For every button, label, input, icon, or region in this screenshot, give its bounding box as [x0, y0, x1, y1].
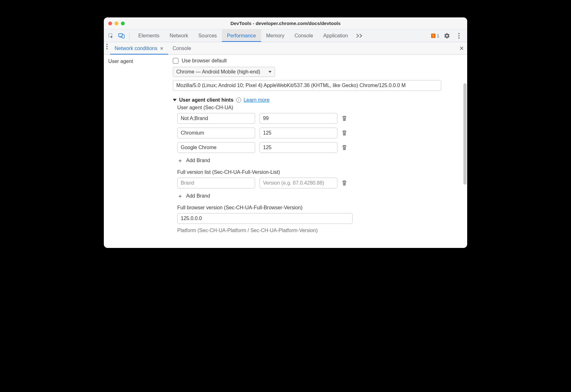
svg-point-4 — [458, 33, 460, 34]
learn-more-link[interactable]: Learn more — [244, 97, 270, 103]
plus-icon: ＋ — [177, 192, 183, 200]
issues-count: 1 — [437, 33, 439, 38]
devtools-window: DevTools - developer.chrome.com/docs/dev… — [104, 17, 467, 248]
fullscreen-window-button[interactable] — [121, 22, 125, 25]
use-browser-default-label: Use browser default — [182, 58, 227, 64]
version-input[interactable]: 125 — [260, 142, 337, 153]
add-brand-button[interactable]: ＋ Add Brand — [177, 157, 462, 164]
add-brand-label: Add Brand — [186, 193, 210, 199]
version-input[interactable]: 125 — [260, 128, 337, 138]
close-tab-icon[interactable]: ✕ — [160, 46, 164, 51]
dropdown-caret-icon — [268, 71, 272, 73]
panel-tabs: Elements Network Sources Performance Mem… — [133, 29, 427, 42]
full-browser-version-input[interactable]: 125.0.0.0 — [177, 213, 353, 224]
drawer-tab-console[interactable]: Console — [168, 42, 196, 54]
svg-point-6 — [458, 37, 460, 39]
ua-preset-select[interactable]: Chrome — Android Mobile (high-end) — [173, 67, 275, 77]
use-browser-default-checkbox[interactable] — [173, 58, 179, 64]
full-browser-version-label: Full browser version (Sec-CH-UA-Full-Bro… — [177, 205, 462, 211]
version-input[interactable]: 99 — [260, 113, 337, 124]
drawer-tab-network-conditions[interactable]: Network conditions ✕ — [110, 42, 168, 54]
delete-brand-icon[interactable] — [342, 116, 347, 121]
device-toolbar-icon[interactable] — [117, 31, 126, 40]
window-controls — [104, 22, 125, 25]
client-hints-section-header[interactable]: User agent client hints i Learn more — [173, 97, 462, 103]
close-window-button[interactable] — [108, 22, 112, 25]
tab-elements[interactable]: Elements — [133, 29, 165, 42]
svg-rect-2 — [119, 37, 122, 37]
tab-application[interactable]: Application — [318, 29, 353, 42]
full-version-brand-input[interactable]: Brand — [177, 178, 255, 188]
titlebar: DevTools - developer.chrome.com/docs/dev… — [104, 17, 467, 29]
kebab-menu-icon[interactable] — [455, 31, 463, 40]
ua-string-input[interactable]: Mozilla/5.0 (Linux; Android 10; Pixel 4)… — [173, 80, 441, 91]
section-label: User agent — [104, 55, 173, 248]
info-icon[interactable]: i — [236, 98, 241, 103]
brand-input[interactable]: Chromium — [177, 128, 255, 138]
drawer-tab-label: Console — [173, 46, 191, 51]
drawer-tab-label: Network conditions — [115, 46, 157, 51]
user-agent-settings: Use browser default Chrome — Android Mob… — [173, 55, 467, 248]
tab-network[interactable]: Network — [165, 29, 193, 42]
tab-sources[interactable]: Sources — [193, 29, 222, 42]
tab-memory[interactable]: Memory — [261, 29, 290, 42]
issues-badge[interactable]: ! 1 — [431, 33, 439, 38]
add-full-version-brand-button[interactable]: ＋ Add Brand — [177, 192, 462, 200]
sec-ch-ua-label: User agent (Sec-CH-UA) — [177, 105, 462, 111]
svg-point-9 — [106, 48, 108, 49]
issues-icon: ! — [431, 34, 436, 38]
brand-row: Chromium 125 — [177, 128, 462, 138]
disclosure-triangle-icon — [173, 99, 177, 101]
full-version-version-input[interactable]: Version (e.g. 87.0.4280.88) — [260, 178, 337, 188]
inspect-element-icon[interactable] — [106, 31, 115, 40]
svg-point-8 — [106, 46, 108, 47]
delete-brand-icon[interactable] — [342, 130, 347, 136]
delete-full-version-icon[interactable] — [342, 180, 347, 186]
svg-point-5 — [458, 35, 460, 36]
add-brand-label: Add Brand — [186, 158, 210, 163]
minimize-window-button[interactable] — [115, 22, 118, 25]
full-version-list-label: Full version list (Sec-CH-UA-Full-Versio… — [177, 169, 462, 175]
full-version-row: Brand Version (e.g. 87.0.4280.88) — [177, 178, 462, 188]
brand-input[interactable]: Not A;Brand — [177, 113, 255, 124]
more-tabs-icon[interactable] — [353, 29, 366, 42]
drawer-tabs: Network conditions ✕ Console ✕ — [104, 42, 467, 55]
platform-label-cutoff: Platform (Sec-CH-UA-Platform / Sec-CH-UA… — [177, 228, 462, 233]
brand-input[interactable]: Google Chrome — [177, 142, 255, 153]
client-hints-title: User agent client hints — [179, 97, 234, 103]
svg-rect-3 — [122, 35, 124, 38]
scrollbar-thumb[interactable] — [463, 83, 467, 185]
svg-point-7 — [106, 44, 108, 45]
window-title: DevTools - developer.chrome.com/docs/dev… — [104, 21, 467, 26]
main-toolbar: Elements Network Sources Performance Mem… — [104, 29, 467, 42]
settings-icon[interactable] — [442, 31, 451, 40]
delete-brand-icon[interactable] — [342, 145, 347, 150]
plus-icon: ＋ — [177, 157, 183, 164]
drawer-menu-icon[interactable] — [104, 42, 110, 51]
tab-console[interactable]: Console — [289, 29, 318, 42]
network-conditions-panel: User agent Use browser default Chrome — … — [104, 55, 467, 248]
full-browser-version-row: 125.0.0.0 — [177, 213, 462, 224]
tab-performance[interactable]: Performance — [222, 29, 261, 42]
brand-row: Google Chrome 125 — [177, 142, 462, 153]
ua-preset-value: Chrome — Android Mobile (high-end) — [176, 69, 260, 75]
close-drawer-icon[interactable]: ✕ — [459, 42, 464, 54]
brand-row: Not A;Brand 99 — [177, 113, 462, 124]
